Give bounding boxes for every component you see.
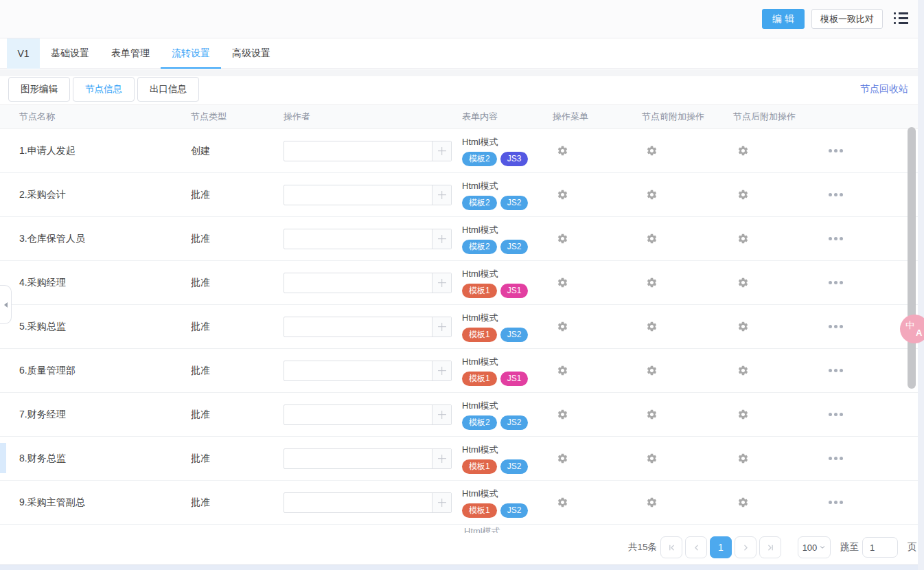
template-badge[interactable]: 模板2: [462, 415, 497, 430]
page-1-button[interactable]: 1: [710, 536, 732, 558]
add-operator-button[interactable]: [432, 317, 451, 337]
pre-node-ops-gear-button[interactable]: [642, 145, 733, 157]
more-actions-button[interactable]: [827, 369, 918, 372]
js-badge[interactable]: JS2: [500, 196, 529, 210]
menu-list-icon[interactable]: [894, 12, 908, 24]
js-badge[interactable]: JS1: [500, 372, 529, 386]
jump-page-input[interactable]: [862, 537, 898, 558]
tab-flow-settings[interactable]: 流转设置: [161, 38, 221, 69]
operation-menu-gear-button[interactable]: [553, 277, 642, 288]
template-badge[interactable]: 模板1: [462, 459, 497, 474]
translate-button[interactable]: 中 A: [900, 315, 924, 343]
js-badge[interactable]: JS2: [500, 415, 529, 430]
add-operator-button[interactable]: [432, 141, 451, 161]
more-actions-button[interactable]: [827, 149, 918, 152]
first-page-button[interactable]: [660, 536, 682, 558]
pre-node-ops-gear-button[interactable]: [642, 365, 733, 376]
add-operator-button[interactable]: [432, 493, 451, 512]
gear-icon: [557, 321, 568, 332]
pre-node-ops-gear-button[interactable]: [642, 277, 733, 288]
template-badge[interactable]: 模板1: [462, 284, 497, 298]
last-page-button[interactable]: [759, 536, 781, 558]
operation-menu-gear-button[interactable]: [553, 409, 642, 420]
post-node-ops-gear-button[interactable]: [733, 497, 827, 508]
template-badge[interactable]: 模板2: [462, 196, 497, 210]
prev-page-icon: [692, 543, 701, 552]
node-recycle-bin-link[interactable]: 节点回收站: [860, 83, 908, 95]
js-badge[interactable]: JS2: [500, 459, 529, 474]
prev-page-button[interactable]: [685, 536, 707, 558]
pre-node-ops-gear-button[interactable]: [642, 233, 733, 244]
add-operator-button[interactable]: [432, 405, 451, 424]
operator-input[interactable]: [284, 185, 432, 205]
post-node-ops-gear-button[interactable]: [733, 145, 827, 157]
collapse-panel-handle[interactable]: [0, 285, 12, 324]
tab-form-management[interactable]: 表单管理: [100, 38, 161, 69]
next-page-button[interactable]: [735, 536, 756, 558]
post-node-ops-gear-button[interactable]: [733, 233, 827, 244]
template-compare-button[interactable]: 模板一致比对: [811, 9, 883, 29]
operator-input[interactable]: [284, 273, 432, 293]
template-badge[interactable]: 模板2: [462, 240, 497, 254]
operation-menu-gear-button[interactable]: [553, 189, 642, 201]
pre-node-ops-gear-button[interactable]: [642, 453, 733, 464]
operation-menu-gear-button[interactable]: [553, 497, 642, 508]
more-actions-button[interactable]: [827, 237, 918, 240]
page-size-select[interactable]: 100: [798, 536, 831, 558]
template-badge[interactable]: 模板1: [462, 328, 497, 342]
pre-node-ops-gear-button[interactable]: [642, 497, 733, 508]
add-operator-button[interactable]: [432, 229, 451, 249]
add-operator-button[interactable]: [432, 273, 451, 293]
template-badge[interactable]: 模板1: [462, 372, 497, 386]
operation-menu-gear-button[interactable]: [553, 233, 642, 244]
more-actions-button[interactable]: [827, 457, 918, 460]
gear-icon: [737, 189, 749, 201]
js-badge[interactable]: JS2: [500, 328, 529, 342]
more-actions-button[interactable]: [827, 501, 918, 504]
js-badge[interactable]: JS2: [500, 240, 529, 254]
edit-button[interactable]: 编 辑: [762, 9, 805, 29]
operator-input[interactable]: [284, 493, 432, 512]
pre-node-ops-gear-button[interactable]: [642, 189, 733, 201]
post-node-ops-gear-button[interactable]: [733, 189, 827, 201]
template-badge[interactable]: 模板2: [462, 152, 497, 166]
table-row: 9.采购主管副总 批准 Html模式 模板1 JS2: [0, 481, 918, 525]
tab-basic-settings[interactable]: 基础设置: [40, 38, 100, 69]
operator-input[interactable]: [284, 361, 432, 380]
operator-input[interactable]: [284, 141, 432, 161]
template-badge[interactable]: 模板1: [462, 503, 497, 518]
post-node-ops-gear-button[interactable]: [733, 321, 827, 332]
subtab-exit-info[interactable]: 出口信息: [137, 77, 199, 102]
operation-menu-gear-button[interactable]: [553, 145, 642, 157]
operator-input[interactable]: [284, 317, 432, 337]
operator-input[interactable]: [284, 449, 432, 468]
scrollbar-thumb[interactable]: [908, 127, 916, 389]
version-badge[interactable]: V1: [7, 38, 40, 69]
js-badge[interactable]: JS2: [500, 503, 529, 518]
add-operator-button[interactable]: [432, 361, 451, 380]
add-operator-button[interactable]: [432, 185, 451, 205]
operation-menu-gear-button[interactable]: [553, 321, 642, 332]
operator-input-group: [284, 448, 452, 469]
add-operator-button[interactable]: [432, 449, 451, 468]
js-badge[interactable]: JS3: [500, 152, 529, 166]
post-node-ops-gear-button[interactable]: [733, 365, 827, 376]
operator-input[interactable]: [284, 405, 432, 424]
js-badge[interactable]: JS1: [500, 284, 529, 298]
post-node-ops-gear-button[interactable]: [733, 277, 827, 288]
operation-menu-gear-button[interactable]: [553, 365, 642, 376]
node-type: 批准: [191, 277, 284, 289]
operation-menu-gear-button[interactable]: [553, 453, 642, 464]
more-actions-button[interactable]: [827, 193, 918, 196]
more-actions-button[interactable]: [827, 413, 918, 416]
form-mode-label: Html模式: [462, 444, 553, 456]
operator-input[interactable]: [284, 229, 432, 249]
tab-advanced-settings[interactable]: 高级设置: [221, 38, 281, 69]
pre-node-ops-gear-button[interactable]: [642, 321, 733, 332]
more-actions-button[interactable]: [827, 281, 918, 284]
post-node-ops-gear-button[interactable]: [733, 409, 827, 420]
subtab-graph-edit[interactable]: 图形编辑: [8, 77, 70, 102]
pre-node-ops-gear-button[interactable]: [642, 409, 733, 420]
post-node-ops-gear-button[interactable]: [733, 453, 827, 464]
subtab-node-info[interactable]: 节点信息: [73, 77, 135, 102]
